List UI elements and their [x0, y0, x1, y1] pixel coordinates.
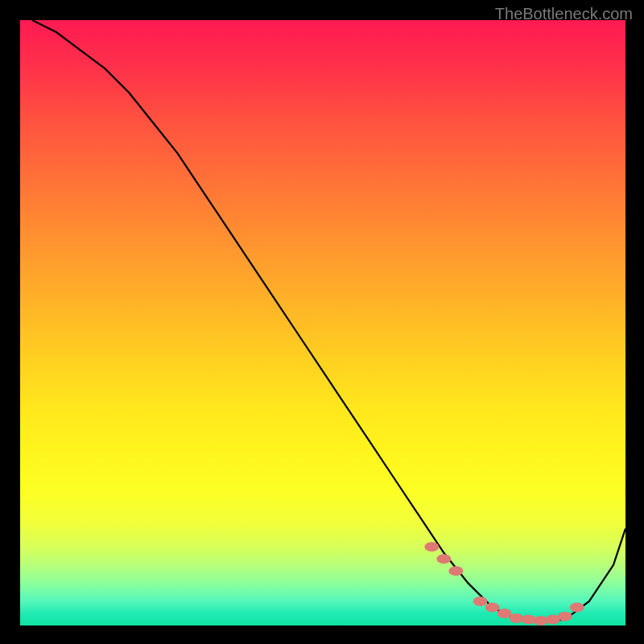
chart-plot-area: [20, 20, 625, 625]
bottleneck-curve-line: [32, 20, 625, 622]
highlight-marker: [436, 554, 451, 564]
highlight-marker: [558, 612, 572, 621]
highlight-marker: [448, 566, 463, 576]
highlight-marker: [424, 542, 439, 551]
highlight-marker: [570, 602, 584, 612]
highlight-marker: [534, 616, 548, 625]
highlight-markers: [424, 542, 584, 625]
highlight-marker: [485, 602, 500, 612]
highlight-marker: [497, 609, 512, 618]
watermark-text: TheBottleneck.com: [495, 5, 633, 23]
highlight-marker: [473, 597, 488, 606]
bottleneck-curve-svg: [20, 20, 625, 625]
highlight-marker: [510, 613, 524, 623]
